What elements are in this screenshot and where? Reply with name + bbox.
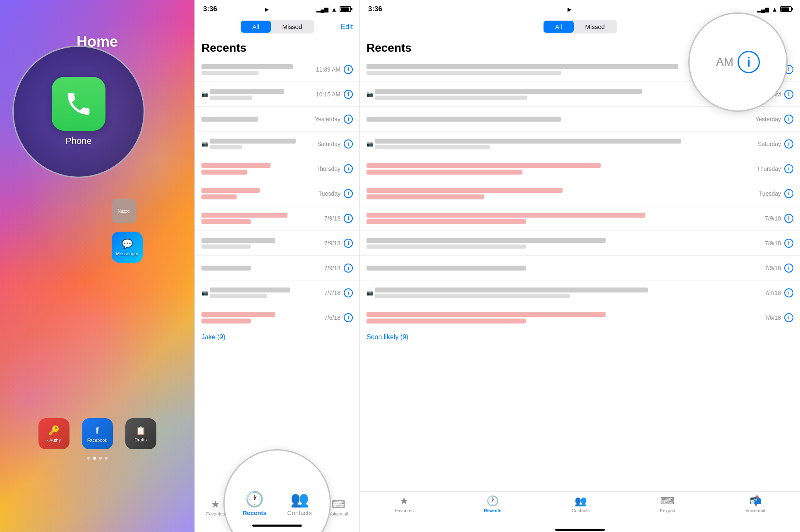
call-time: 7/9/18 [765, 240, 781, 247]
home-indicator-zoom [252, 525, 302, 528]
video-call-icon: 📷 [201, 141, 208, 147]
info-button[interactable]: i [344, 264, 353, 273]
phone-app-icon[interactable] [52, 77, 105, 131]
call-row[interactable]: 📷 Saturday i [360, 132, 800, 156]
call-row[interactable]: 7/9/18 i [360, 231, 800, 256]
segment-control-2[interactable]: All Missed [543, 20, 617, 34]
authy-app-icon[interactable]: 🔑 • Authy [38, 418, 69, 449]
signal-icon-1: ▂▄▆ [316, 6, 328, 12]
page-dots [0, 457, 194, 460]
segment-all-2[interactable]: All [544, 21, 574, 33]
home-indicator-bar-zoom [252, 525, 302, 527]
contact-sub-blur [366, 219, 526, 224]
contact-name-blur [366, 266, 526, 271]
call-row[interactable]: 11:39 AM i [195, 57, 359, 82]
tab-keypad-2[interactable]: ⌨ Keypad [656, 495, 679, 513]
zoom-tab-recents[interactable]: 🕐 Recents [238, 491, 271, 516]
info-button[interactable]: i [784, 313, 793, 322]
info-button[interactable]: i [784, 239, 793, 248]
signal-icon-2: ▂▄▆ [757, 6, 769, 12]
call-row[interactable]: 7/9/18 i [195, 256, 359, 280]
edit-button-1[interactable]: Edit [341, 23, 353, 31]
info-button[interactable]: i [344, 313, 353, 322]
info-button[interactable]: i [784, 90, 793, 99]
info-button-large[interactable]: i [738, 51, 760, 73]
info-button[interactable]: i [784, 288, 793, 297]
zoom-tab-row: 🕐 Recents 👥 Contacts [238, 478, 316, 516]
call-row[interactable]: 📷 7/7/18 i [360, 280, 800, 305]
call-row[interactable]: 7/9/18 i [195, 206, 359, 231]
favorites-icon-2: ★ [400, 495, 409, 507]
status-icons-2: ▂▄▆ ▲ [757, 6, 792, 13]
call-row[interactable]: 7/9/18 i [195, 231, 359, 256]
call-row[interactable]: 7/6/18 i [360, 305, 800, 330]
tab-recents-2[interactable]: 🕐 Recents [480, 495, 506, 513]
status-bar-1: 3:36 ▶ ▂▄▆ ▲ [195, 0, 359, 18]
phone-app-label: Phone [65, 136, 92, 146]
call-info [201, 163, 316, 175]
tab-favorites-2[interactable]: ★ Favorites [391, 495, 418, 513]
call-row[interactable]: 7/9/18 i [360, 206, 800, 231]
call-info [201, 238, 324, 249]
info-button[interactable]: i [344, 90, 353, 99]
contact-sub-blur [201, 194, 237, 199]
contact-name-blur [366, 117, 561, 122]
am-text: AM [716, 55, 733, 69]
call-row[interactable]: Tuesday i [195, 181, 359, 206]
segment-control-1[interactable]: All Missed [240, 20, 314, 34]
info-button[interactable]: i [344, 214, 353, 223]
dot-3 [99, 457, 102, 460]
keypad-label-2: Keypad [660, 508, 675, 513]
zoom-recents-icon: 🕐 [245, 491, 264, 508]
call-row[interactable]: 7/9/18 i [360, 256, 800, 280]
call-row[interactable]: 📷 Saturday i [195, 132, 359, 156]
nuzzel-app-icon[interactable]: Nuzzel [112, 199, 137, 223]
info-button[interactable]: i [784, 115, 793, 124]
info-button[interactable]: i [344, 189, 353, 198]
recents-panel-2: AM i 3:36 ▶ ▂▄▆ ▲ All Missed Recents [360, 0, 800, 532]
call-row-right: 7/6/18 i [765, 313, 793, 322]
call-row[interactable]: Tuesday i [360, 181, 800, 206]
subheader-text: Jake (9) [201, 333, 225, 340]
info-button[interactable]: i [784, 164, 793, 173]
segment-all-1[interactable]: All [241, 21, 271, 33]
info-button[interactable]: i [344, 115, 353, 124]
call-row[interactable]: Thursday i [360, 156, 800, 181]
segment-missed-1[interactable]: Missed [271, 21, 314, 33]
info-button[interactable]: i [344, 239, 353, 248]
messenger-app-icon[interactable]: 💬 Messenger [112, 232, 143, 263]
call-row-right: Thursday i [757, 164, 793, 173]
contact-sub-blur [366, 170, 522, 175]
call-time: 7/9/18 [324, 240, 340, 247]
info-button[interactable]: i [344, 65, 353, 74]
info-button[interactable]: i [784, 214, 793, 223]
contact-name-blur [201, 188, 260, 193]
call-row[interactable]: 📷 7/7/18 i [195, 280, 359, 305]
contact-sub-blur [201, 319, 251, 324]
video-call-icon: 📷 [366, 290, 373, 296]
info-button[interactable]: i [784, 139, 793, 149]
tab-contacts-2[interactable]: 👥 Contacts [568, 495, 594, 513]
info-button[interactable]: i [784, 189, 793, 198]
contact-name-blur [366, 64, 678, 69]
info-button[interactable]: i [344, 288, 353, 297]
info-button[interactable]: i [344, 139, 353, 149]
zoom-tab-contacts[interactable]: 👥 Contacts [283, 491, 316, 516]
info-button[interactable]: i [344, 164, 353, 173]
info-button[interactable]: i [784, 264, 793, 273]
contact-sub-blur [210, 294, 267, 298]
call-row[interactable]: 7/6/18 i [195, 305, 359, 330]
contact-sub-blur [375, 96, 527, 100]
call-info [201, 312, 324, 324]
call-row[interactable]: Yesterday i [195, 107, 359, 132]
call-row[interactable]: 📷 10:15 AM i [195, 82, 359, 107]
tab-voicemail-2[interactable]: 📬 Voicemail [741, 495, 769, 513]
call-info [375, 288, 765, 298]
call-list-1: 11:39 AM i 📷 10:15 AM i Yesterday i [195, 57, 359, 495]
drafts-app-icon[interactable]: 📋 Drafts [125, 418, 156, 449]
segment-missed-2[interactable]: Missed [574, 21, 617, 33]
call-info [201, 117, 315, 122]
facebook-app-icon[interactable]: f Facebook [82, 418, 113, 449]
call-info [366, 266, 765, 271]
call-row[interactable]: Thursday i [195, 156, 359, 181]
